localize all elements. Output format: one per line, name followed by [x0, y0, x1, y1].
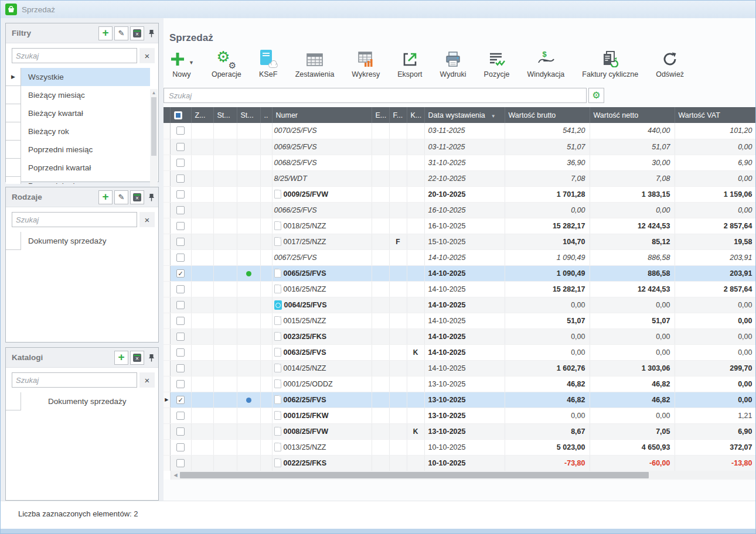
ksef-button[interactable]: KSeF — [259, 49, 278, 78]
table-row[interactable]: 0018/25/NZZ16-10-202515 282,1712 424,532… — [164, 218, 756, 234]
items-button[interactable]: Pozycje — [484, 49, 510, 78]
table-row[interactable]: 0014/25/NZZ14-10-20251 602,761 303,06299… — [164, 360, 756, 376]
types-search-input[interactable] — [12, 212, 137, 227]
scroll-left-icon[interactable]: ◀ — [171, 473, 180, 478]
add-catalog-button[interactable]: + — [114, 351, 128, 365]
table-row[interactable]: 0064/25/FVS14-10-20250,000,000,00 — [164, 297, 756, 313]
row-checkbox[interactable] — [176, 427, 185, 436]
filters-clear-search-button[interactable]: × — [139, 48, 155, 63]
list-item[interactable]: Bieżący miesiąc — [6, 86, 150, 104]
row-checkbox[interactable] — [176, 206, 185, 214]
list-item[interactable]: Bieżący rok — [6, 122, 150, 141]
edit-filter-button[interactable]: ✎ — [114, 26, 128, 40]
grid-settings-button[interactable]: ⚙ — [588, 88, 604, 103]
scrollbar-thumb[interactable] — [180, 472, 649, 478]
table-row[interactable]: 0015/25/NZZ14-10-202551,0751,070,00 — [164, 313, 756, 328]
column-header[interactable]: E... — [372, 107, 389, 123]
row-checkbox[interactable] — [176, 126, 185, 135]
print-button[interactable]: Wydruki — [440, 49, 466, 78]
delete-filter-button[interactable] — [130, 26, 144, 40]
row-checkbox[interactable] — [176, 364, 185, 372]
column-header[interactable]: Numer — [272, 107, 372, 123]
column-header[interactable]: Data wystawienia▼ — [424, 107, 505, 123]
table-row[interactable]: 0017/25/NZZF15-10-2025104,7085,1219,58 — [164, 234, 756, 249]
list-item[interactable]: Bieżący kwartał — [6, 104, 150, 122]
table-row[interactable]: ▶✓0062/25/FVS13-10-202546,8246,820,00 — [164, 392, 756, 408]
add-filter-button[interactable]: + — [98, 26, 113, 40]
column-header[interactable] — [164, 107, 170, 123]
edit-type-button[interactable]: ✎ — [114, 190, 128, 204]
recurring-invoices-button[interactable]: Faktury cykliczne — [582, 49, 638, 78]
column-header[interactable]: Wartość brutto — [505, 107, 590, 123]
catalogs-search-input[interactable] — [12, 372, 137, 388]
filters-search-input[interactable] — [12, 48, 137, 63]
table-row[interactable]: 0068/25/FVS31-10-202536,9030,006,90 — [164, 155, 756, 170]
row-checkbox[interactable] — [176, 174, 185, 183]
catalogs-clear-search-button[interactable]: × — [139, 372, 155, 388]
scroll-up-icon[interactable]: ▲ — [150, 89, 158, 97]
row-checkbox[interactable] — [176, 238, 185, 246]
row-checkbox[interactable] — [176, 222, 185, 230]
list-item[interactable]: Poprzedni kwartał — [6, 159, 150, 177]
row-checkbox[interactable] — [176, 301, 185, 309]
list-item[interactable]: Dokumenty sprzedaży — [6, 232, 158, 250]
list-item[interactable]: ▶Wszystkie — [6, 68, 150, 86]
column-header[interactable]: Wartość VAT — [675, 107, 756, 123]
row-checkbox[interactable] — [176, 317, 185, 325]
table-row[interactable]: 0066/25/FVS16-10-20250,000,000,00 — [164, 202, 756, 218]
grid-search-input[interactable] — [164, 88, 587, 103]
table-row[interactable]: 8/25/WDT22-10-20257,087,080,00 — [164, 170, 756, 186]
row-checkbox[interactable] — [176, 190, 185, 198]
list-item[interactable]: Dokumenty sprzedaży — [6, 392, 158, 410]
pin-icon[interactable] — [148, 193, 155, 201]
row-checkbox[interactable] — [176, 159, 185, 167]
types-clear-search-button[interactable]: × — [139, 212, 155, 227]
table-row[interactable]: 0067/25/FVS14-10-20251 090,49886,58203,9… — [164, 249, 756, 265]
debt-collection-button[interactable]: $ Windykacja — [527, 49, 564, 78]
pin-icon[interactable] — [148, 29, 155, 37]
pin-icon[interactable] — [148, 354, 155, 362]
delete-type-button[interactable] — [130, 190, 144, 204]
charts-button[interactable]: Wykresy — [352, 49, 380, 78]
operations-button[interactable]: ⚙⚙ Operacje — [212, 49, 241, 78]
table-row[interactable]: 0063/25/FVSK14-10-20250,000,000,00 — [164, 344, 756, 360]
scrollbar-thumb[interactable] — [151, 97, 156, 156]
add-type-button[interactable]: + — [98, 190, 113, 204]
list-item[interactable]: Poprzedni rok — [6, 177, 150, 184]
column-header[interactable] — [170, 107, 191, 123]
table-row[interactable]: 0016/25/NZZ14-10-202515 282,1712 424,532… — [164, 281, 756, 297]
table-row[interactable]: 0001/25/FKW13-10-20250,000,001,21 — [164, 408, 756, 423]
column-header[interactable]: K... — [407, 107, 424, 123]
delete-catalog-button[interactable] — [130, 351, 144, 365]
row-checkbox[interactable]: ✓ — [176, 269, 185, 278]
table-row[interactable]: 0070/25/FVS03-11-2025541,20440,00101,20 — [164, 123, 756, 139]
table-row[interactable]: 0023/25/FKS14-10-20250,000,000,00 — [164, 328, 756, 344]
row-checkbox[interactable] — [176, 412, 185, 420]
table-row[interactable]: 0001/25/ODDZ13-10-202546,8246,820,00 — [164, 376, 756, 392]
refresh-button[interactable]: Odśwież — [656, 49, 684, 78]
row-checkbox[interactable] — [176, 459, 185, 467]
table-row[interactable]: 0022/25/FKS10-10-2025-73,80-60,00-13,80 — [164, 455, 756, 471]
table-row[interactable]: 0013/25/NZZ10-10-20255 023,004 650,93372… — [164, 439, 756, 455]
new-button[interactable]: ▼ Nowy — [169, 49, 194, 78]
row-checkbox[interactable] — [176, 143, 185, 151]
row-checkbox[interactable] — [176, 285, 185, 293]
column-header[interactable]: .. — [260, 107, 272, 123]
table-row[interactable]: 0009/25/FVW20-10-20251 701,281 383,151 1… — [164, 186, 756, 202]
row-checkbox[interactable] — [176, 380, 185, 388]
row-checkbox[interactable]: ✓ — [176, 396, 185, 404]
select-all-checkbox[interactable] — [174, 111, 182, 119]
reports-button[interactable]: Zestawienia — [295, 49, 335, 78]
list-item[interactable]: Poprzedni miesiąc — [6, 141, 150, 159]
row-checkbox[interactable] — [176, 443, 185, 451]
column-header[interactable]: St... — [237, 107, 260, 123]
column-header[interactable]: Z... — [191, 107, 213, 123]
table-row[interactable]: 0008/25/FVWK13-10-20258,677,056,90 — [164, 423, 756, 439]
column-header[interactable]: Wartość netto — [590, 107, 675, 123]
column-header[interactable]: F... — [389, 107, 407, 123]
export-button[interactable]: Eksport — [397, 49, 422, 78]
table-row[interactable]: 0069/25/FVS03-11-202551,0751,070,00 — [164, 139, 756, 155]
row-checkbox[interactable] — [176, 348, 185, 357]
row-checkbox[interactable] — [176, 254, 185, 262]
row-checkbox[interactable] — [176, 333, 185, 341]
